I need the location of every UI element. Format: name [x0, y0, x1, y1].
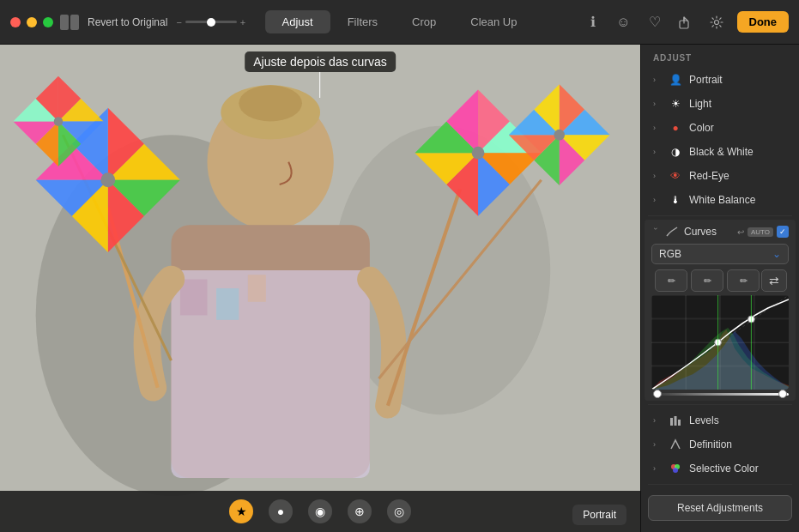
eyedropper-black[interactable]: ✏: [655, 269, 687, 292]
selective-color-label: Selective Color: [689, 462, 787, 475]
light-row[interactable]: › ☀ Light: [645, 92, 796, 116]
curves-svg: [651, 295, 789, 390]
photo-canvas: [0, 45, 640, 532]
selective-color-row[interactable]: › Selective Color: [645, 456, 796, 481]
bottom-toolbar: ★ ● ◉ ⊕ ◎: [0, 491, 640, 532]
bw-row[interactable]: › ◑ Black & White: [645, 140, 796, 164]
selective-color-chevron: ›: [653, 464, 662, 473]
curves-section: › Curves ↩ AUTO ✓ RGB ⌄: [645, 220, 796, 401]
titlebar-right: ℹ ☺ ♡ Done: [583, 11, 790, 33]
svg-point-72: [673, 468, 678, 473]
photo-area: Ajuste depois das curvas: [0, 45, 640, 532]
curves-chevron[interactable]: ›: [651, 227, 660, 236]
svg-rect-67: [670, 418, 673, 426]
svg-rect-69: [678, 420, 681, 426]
redeye-row[interactable]: › 👁 Red-Eye: [645, 164, 796, 188]
traffic-lights: [10, 17, 53, 27]
face-button[interactable]: ☺: [614, 12, 634, 33]
color-icon: ●: [669, 121, 682, 135]
bw-icon: ◑: [669, 145, 682, 159]
minimize-button[interactable]: [27, 17, 37, 27]
wb-label: White Balance: [689, 194, 787, 206]
curves-range-slider[interactable]: [651, 393, 789, 396]
range-thumb-left[interactable]: [653, 390, 662, 398]
gear-button[interactable]: [706, 12, 727, 33]
eyedropper-white[interactable]: ✏: [727, 269, 760, 292]
portrait-label: Portrait: [689, 74, 787, 86]
eyedropper-black-icon: ✏: [668, 275, 675, 287]
range-slider-row[interactable]: [651, 393, 789, 396]
slider-minus-icon: −: [176, 17, 181, 27]
svg-rect-11: [248, 275, 266, 302]
window-icon: [60, 15, 79, 30]
svg-line-62: [651, 295, 789, 390]
color-label: Color: [689, 122, 787, 134]
light-icon: ☀: [669, 97, 682, 111]
nav-tabs: Adjust Filters Crop Clean Up: [265, 10, 535, 33]
curves-graph[interactable]: [651, 295, 789, 390]
selective-color-icon: [669, 462, 682, 475]
curves-actions: ↩ AUTO ✓: [737, 226, 789, 238]
done-button[interactable]: Done: [737, 11, 790, 33]
svg-rect-68: [675, 416, 677, 426]
definition-row[interactable]: › Definition: [645, 432, 796, 456]
wb-chevron: ›: [653, 196, 662, 204]
levels-icon: [669, 414, 682, 427]
auto-check[interactable]: ✓: [777, 226, 789, 238]
definition-chevron: ›: [653, 440, 662, 449]
revert-button[interactable]: Revert to Original: [88, 16, 167, 28]
titlebar: Revert to Original − + Adjust Filters Cr…: [0, 0, 799, 45]
swap-icon: ⇄: [769, 274, 779, 287]
curves-icon: [665, 225, 679, 239]
svg-point-55: [239, 85, 302, 121]
tab-cleanup[interactable]: Clean Up: [453, 10, 534, 33]
wb-row[interactable]: › 🌡 White Balance: [645, 188, 796, 212]
maximize-button[interactable]: [43, 17, 53, 27]
tab-filters[interactable]: Filters: [330, 10, 395, 33]
curves-header: › Curves ↩ AUTO ✓: [651, 225, 789, 239]
portrait-overlay-button[interactable]: Portrait: [572, 505, 626, 525]
tool-circle1[interactable]: ●: [269, 499, 293, 523]
close-button[interactable]: [10, 17, 21, 27]
slider-thumb: [207, 18, 215, 27]
heart-button[interactable]: ♡: [645, 12, 665, 33]
zoom-slider[interactable]: − +: [176, 17, 245, 27]
bw-chevron: ›: [653, 148, 662, 156]
svg-point-53: [554, 130, 565, 141]
portrait-chevron: ›: [653, 76, 662, 84]
portrait-row[interactable]: › 👤 Portrait: [645, 68, 796, 92]
tab-adjust[interactable]: Adjust: [265, 10, 330, 33]
eyedropper-row: ✏ ✏ ✏ ⇄: [651, 269, 789, 292]
tool-circle2[interactable]: ◉: [308, 499, 332, 523]
tool-circle3[interactable]: ⊕: [348, 499, 372, 523]
levels-label: Levels: [689, 414, 787, 426]
tab-crop[interactable]: Crop: [395, 10, 453, 33]
reset-adjustments-button[interactable]: Reset Adjustments: [648, 495, 792, 521]
levels-row[interactable]: › Levels: [645, 408, 796, 432]
info-button[interactable]: ℹ: [583, 12, 603, 33]
divider-2: [648, 404, 792, 405]
adjust-panel: ADJUST › 👤 Portrait › ☀ Light › ● Color …: [640, 45, 799, 532]
rgb-selector-row[interactable]: RGB ⌄: [651, 244, 789, 264]
redeye-chevron: ›: [653, 172, 662, 180]
color-row[interactable]: › ● Color: [645, 116, 796, 140]
swap-button[interactable]: ⇄: [761, 269, 787, 292]
redeye-icon: 👁: [669, 169, 682, 183]
svg-rect-9: [180, 279, 208, 315]
curves-undo-button[interactable]: ↩: [737, 227, 744, 237]
slider-plus-icon: +: [240, 17, 245, 27]
tool-star[interactable]: ★: [229, 499, 253, 523]
eyedropper-gray-icon: ✏: [704, 275, 711, 287]
bw-label: Black & White: [689, 146, 787, 158]
slider-track[interactable]: [185, 21, 237, 23]
definition-label: Definition: [689, 438, 787, 450]
eyedropper-gray[interactable]: ✏: [691, 269, 723, 292]
tool-circle4[interactable]: ◎: [387, 499, 411, 523]
share-button[interactable]: [675, 12, 696, 33]
divider-1: [648, 215, 792, 216]
range-thumb-right[interactable]: [778, 390, 787, 398]
svg-point-63: [715, 339, 722, 346]
svg-point-2: [714, 20, 718, 24]
levels-chevron: ›: [653, 416, 662, 425]
svg-point-35: [472, 147, 485, 160]
